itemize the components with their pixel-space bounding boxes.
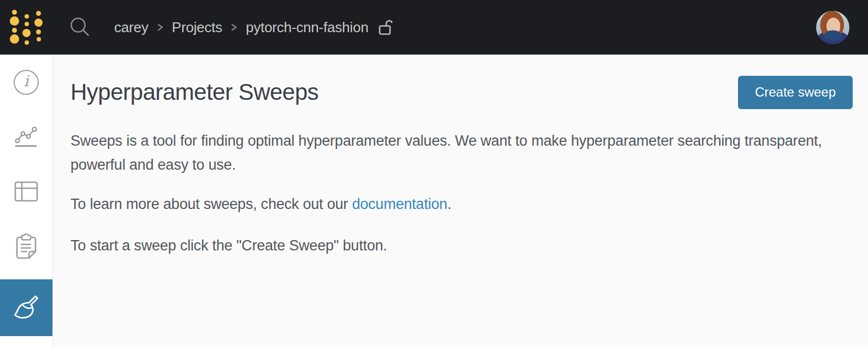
breadcrumb-projects[interactable]: Projects xyxy=(172,19,222,36)
chevron-right-icon xyxy=(157,21,164,33)
documentation-link[interactable]: documentation xyxy=(352,196,447,212)
sidebar-item-notes[interactable] xyxy=(0,220,52,275)
wandb-logo[interactable] xyxy=(10,10,43,45)
clipboard-icon xyxy=(14,233,38,262)
breadcrumb-entity[interactable]: carey xyxy=(114,19,149,36)
content-row: i xyxy=(0,55,868,347)
create-sweep-button[interactable]: Create sweep xyxy=(738,76,853,109)
sidebar: i xyxy=(0,55,53,347)
main-content: Hyperparameter Sweeps Create sweep Sweep… xyxy=(53,55,868,347)
open-padlock-icon[interactable] xyxy=(377,18,394,37)
sweeps-broom-icon xyxy=(13,293,40,322)
wandb-logo-dots xyxy=(10,10,19,44)
wandb-logo-dots xyxy=(34,11,43,41)
start-paragraph: To start a sweep click the "Create Sweep… xyxy=(70,234,832,258)
top-navigation-bar: carey Projects pytorch-cnn-fashion xyxy=(0,0,868,55)
sidebar-item-overview[interactable]: i xyxy=(0,55,52,110)
breadcrumb: carey Projects pytorch-cnn-fashion xyxy=(114,18,394,37)
breadcrumb-project-name[interactable]: pytorch-cnn-fashion xyxy=(246,19,369,36)
search-icon[interactable] xyxy=(68,16,91,39)
user-avatar[interactable] xyxy=(816,11,849,44)
info-icon-glyph: i xyxy=(24,74,29,91)
page-title: Hyperparameter Sweeps xyxy=(70,75,318,109)
docs-paragraph-text: To learn more about sweeps, check out ou… xyxy=(70,196,352,212)
wandb-logo-dots xyxy=(22,14,31,45)
table-icon xyxy=(14,181,38,204)
sidebar-item-table[interactable] xyxy=(0,165,52,220)
title-row: Hyperparameter Sweeps Create sweep xyxy=(70,75,853,109)
sidebar-item-sweeps[interactable] xyxy=(0,279,52,336)
info-icon: i xyxy=(14,70,39,95)
sidebar-item-charts[interactable] xyxy=(0,110,52,165)
line-chart-icon xyxy=(14,124,39,151)
chevron-right-icon xyxy=(231,21,238,33)
docs-paragraph-period: . xyxy=(447,196,451,212)
docs-paragraph: To learn more about sweeps, check out ou… xyxy=(70,192,832,216)
intro-paragraph: Sweeps is a tool for finding optimal hyp… xyxy=(70,129,832,177)
